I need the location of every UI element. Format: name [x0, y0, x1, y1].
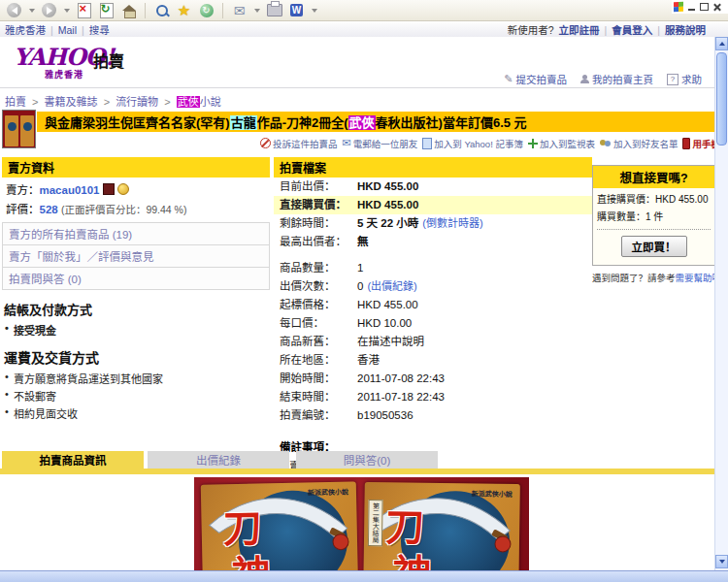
refresh-icon[interactable]	[98, 2, 115, 18]
buy-now-button[interactable]: 立即買！	[621, 236, 687, 257]
seller-label: 賣方：	[6, 184, 40, 196]
tab-item-info[interactable]: 拍賣商品資訊	[2, 451, 144, 469]
book-cover-right: 第二集大結局 新派武俠小說 刀 神	[363, 482, 520, 570]
auction-row-quantity: 商品數量： 1	[274, 259, 592, 277]
back-icon[interactable]	[6, 2, 22, 18]
favorites-icon[interactable]	[176, 2, 192, 18]
new-user-label: 新使用者?	[508, 22, 554, 37]
breadcrumb: 拍賣 > 書籍及雜誌 > 流行讀物 > 武俠小說	[5, 93, 221, 109]
windows-logo-icon	[674, 2, 683, 13]
seller-id-link[interactable]: macau0101	[40, 184, 100, 196]
horizontal-scrollbar[interactable]	[0, 570, 728, 582]
service-help-link[interactable]: 服務說明	[665, 22, 706, 37]
bid-history-link[interactable]: (出價紀錄)	[367, 277, 416, 296]
stop-icon[interactable]	[76, 2, 92, 18]
breadcrumb-books[interactable]: 書籍及雜誌	[45, 96, 98, 108]
mail-dropdown-icon[interactable]	[254, 9, 260, 13]
seller-panel-header: 賣方資料	[2, 157, 270, 178]
search-icon[interactable]	[153, 2, 170, 18]
scroll-up-icon[interactable]	[715, 37, 728, 50]
minimize-icon[interactable]	[688, 9, 695, 11]
auction-panel-header: 拍賣檔案	[274, 157, 592, 178]
topnav-mail[interactable]: Mail	[58, 24, 77, 36]
volume-label: 第二集大結局	[368, 500, 383, 546]
print-icon[interactable]	[266, 2, 282, 18]
topnav-separator: |	[605, 24, 608, 36]
home-icon[interactable]	[120, 2, 137, 18]
auction-row-condition: 商品新舊： 在描述中說明	[274, 333, 592, 351]
breadcrumb-separator: >	[32, 96, 38, 108]
breadcrumb-popular[interactable]: 流行讀物	[116, 96, 158, 108]
buy-now-price-row: 直接購買價：HKD 455.00	[593, 188, 714, 206]
forward-icon[interactable]	[41, 2, 57, 18]
add-notebook-link[interactable]: 加入到 Yahoo! 記事簿	[422, 137, 523, 150]
auction-qa-link[interactable]: 拍賣問與答 (0)	[3, 268, 269, 290]
tab-qa[interactable]: 問與答(0)	[296, 451, 438, 469]
person-icon	[580, 75, 589, 83]
scroll-down-icon[interactable]	[715, 555, 728, 568]
friends-icon	[600, 139, 612, 148]
scrollbar-thumb[interactable]	[716, 52, 727, 146]
seller-about-me-link[interactable]: 賣方「關於我」／評價與意見	[3, 245, 269, 268]
auction-row-start-time: 開始時間： 2011-07-08 22:43	[274, 370, 592, 388]
edit-word-icon[interactable]	[288, 2, 305, 18]
buy-now-qty-row: 購買數量：1 件	[593, 206, 714, 223]
buy-now-header: 想直接買嗎?	[593, 166, 714, 188]
seller-all-items-link[interactable]: 賣方的所有拍賣商品 (19)	[3, 223, 269, 245]
help-link[interactable]: 求助	[667, 72, 702, 86]
book-series-text: 新派武俠小說	[472, 488, 513, 499]
tab-bid-history[interactable]: 出價紀錄	[148, 451, 289, 469]
topnav-yahoo-hk[interactable]: 雅虎香港	[5, 22, 46, 37]
buy-now-panel: 想直接買嗎? 直接購買價：HKD 455.00 購買數量：1 件 立即買！ 遇到…	[592, 165, 715, 284]
seller-links: 賣方的所有拍賣商品 (19) 賣方「關於我」／評價與意見 拍賣問與答 (0)	[2, 222, 270, 290]
word-dropdown-icon[interactable]	[312, 9, 317, 13]
listing-thumbnail[interactable]	[2, 110, 36, 148]
rating-link[interactable]: 528	[40, 204, 58, 215]
book-cover-left: 新派武俠小說 刀 神	[201, 481, 358, 570]
auction-row-time-left: 剩餘時間： 5 天 22 小時 (倒數計時器)	[274, 214, 592, 233]
mail-icon[interactable]	[231, 2, 248, 18]
topnav-separator: |	[657, 24, 660, 36]
add-friends-link[interactable]: 加入到好友名單	[600, 137, 678, 150]
email-icon	[343, 137, 351, 149]
topnav-separator: |	[50, 24, 53, 36]
shipping-item: 不設郵寄	[2, 386, 270, 404]
back-dropdown-icon[interactable]	[29, 9, 35, 13]
listing-title-bar: 與金庸梁羽生倪匡齊名名家(罕有)古龍作品-刀神2冊全(武俠春秋出版社)當年訂價6…	[37, 112, 715, 132]
auction-row-location: 所在地區： 香港	[274, 351, 592, 370]
close-icon[interactable]	[713, 3, 721, 11]
history-icon[interactable]	[198, 2, 215, 18]
payment-header: 結帳及付款方式	[4, 300, 268, 318]
divider	[0, 87, 715, 88]
report-listing-link[interactable]: 投訴這件拍賣品	[260, 137, 338, 150]
shipping-item: 賣方願意將貨品運送到其他國家	[2, 369, 270, 386]
buy-help-text: 遇到問題了？請參考需要幫助嗎?...	[592, 271, 715, 284]
shipping-header: 運費及交貨方式	[4, 347, 268, 367]
toolbar-divider	[222, 3, 223, 18]
pencil-icon	[504, 73, 513, 85]
yahoo-topnav: 雅虎香港 | Mail | 搜尋 新使用者? 立即註冊 | 會員登入 | 服務說…	[0, 22, 728, 38]
breadcrumb-auction[interactable]: 拍賣	[5, 96, 26, 108]
auction-row-increment: 每口價： HKD 10.00	[274, 314, 592, 333]
forward-dropdown-icon[interactable]	[64, 9, 70, 13]
vertical-scrollbar[interactable]	[714, 37, 728, 570]
seller-badge-icon[interactable]	[103, 183, 115, 195]
window-controls	[672, 0, 728, 14]
auction-row-end-time: 結束時間： 2011-07-18 22:43	[274, 388, 592, 406]
login-link[interactable]: 會員登入	[612, 22, 652, 37]
add-watchlist-link[interactable]: 加入到監視表	[528, 137, 595, 150]
seller-medal-icon[interactable]	[117, 183, 129, 195]
submit-item-link[interactable]: 提交拍賣品	[504, 72, 567, 86]
yahoo-logo-subtitle: 雅虎香港	[45, 68, 83, 81]
register-link[interactable]: 立即註冊	[559, 22, 600, 37]
book-title-char: 神	[392, 542, 432, 570]
countdown-timer-link[interactable]: (倒數計時器)	[422, 214, 482, 233]
email-friend-link[interactable]: 電郵給一位朋友	[343, 137, 418, 150]
tab-underline-bar	[0, 469, 715, 474]
breadcrumb-wuxia-novel[interactable]: 武俠小說	[177, 96, 221, 108]
topnav-search[interactable]: 搜尋	[89, 22, 110, 37]
my-auction-home-link[interactable]: 我的拍賣主頁	[580, 72, 653, 86]
listing-tabs: 拍賣商品資訊 出價紀錄 問與答(0)	[2, 451, 715, 469]
auction-row-start-price: 起標價格： HKD 455.00	[274, 296, 592, 314]
restore-icon[interactable]	[700, 3, 709, 11]
